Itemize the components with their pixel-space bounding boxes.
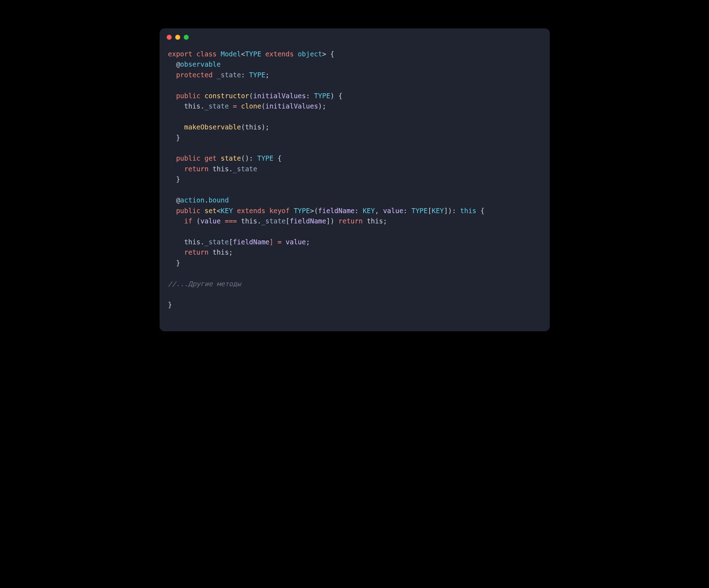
code-token: = — [229, 102, 241, 110]
code-token: value — [286, 238, 306, 246]
code-token: } — [168, 175, 180, 183]
code-window: export class Model<TYPE extends object> … — [160, 28, 550, 331]
code-token: public — [176, 92, 204, 100]
code-token: KEY — [221, 207, 233, 215]
code-token: ; — [265, 71, 269, 79]
code-token: ; — [306, 238, 310, 246]
code-token: if — [184, 217, 196, 225]
zoom-icon[interactable] — [184, 35, 189, 40]
code-token: { — [273, 154, 282, 162]
code-token — [168, 71, 176, 79]
code-token: (): — [241, 154, 257, 162]
code-token: [ — [428, 207, 432, 215]
code-token: observable — [180, 60, 221, 68]
code-token: return — [338, 217, 367, 225]
code-token: : — [403, 207, 411, 215]
code-token — [168, 102, 184, 110]
code-token — [168, 154, 176, 162]
code-token: extends — [233, 207, 270, 215]
code-token: [ — [286, 217, 289, 225]
code-token: keyof — [270, 207, 294, 215]
code-token — [168, 207, 176, 215]
code-token: TYPE — [249, 71, 265, 79]
code-token: public — [176, 154, 204, 162]
code-token: value — [383, 207, 403, 215]
code-token: Model — [221, 50, 241, 58]
code-token: : — [355, 207, 363, 215]
code-token: return — [184, 248, 212, 256]
code-token: TYPE — [411, 207, 428, 215]
code-token: ; — [383, 217, 387, 225]
code-token — [168, 123, 184, 131]
code-token: this — [184, 102, 200, 110]
code-token: ; — [229, 248, 233, 256]
code-token: : — [306, 92, 314, 100]
code-token: value — [200, 217, 221, 225]
code-token: } — [168, 259, 180, 267]
code-token: class — [196, 50, 221, 58]
code-token: } — [168, 301, 172, 309]
code-token: ( — [196, 217, 200, 225]
code-token: . — [200, 102, 204, 110]
code-token: this — [460, 207, 476, 215]
code-token: ]): — [444, 207, 460, 215]
code-token: @ — [168, 196, 180, 204]
code-token: > { — [322, 50, 334, 58]
code-token: . — [200, 238, 204, 246]
close-icon[interactable] — [167, 35, 172, 40]
code-token: _state — [233, 165, 257, 173]
code-token: return — [184, 165, 212, 173]
code-token: _state — [204, 238, 229, 246]
minimize-icon[interactable] — [175, 35, 180, 40]
code-token: : — [241, 71, 249, 79]
code-token: protected — [176, 71, 216, 79]
code-token: state — [221, 154, 241, 162]
code-token: . — [257, 217, 261, 225]
code-token: ); — [318, 102, 326, 110]
code-block: export class Model<TYPE extends object> … — [160, 43, 550, 331]
code-token: _state — [204, 102, 229, 110]
code-token — [168, 238, 184, 246]
code-token: this — [184, 238, 200, 246]
code-token: public — [176, 207, 204, 215]
code-token: TYPE — [257, 154, 273, 162]
code-token: ); — [261, 123, 270, 131]
code-token: ]) — [326, 217, 338, 225]
code-token: ( — [241, 123, 245, 131]
code-token: , — [375, 207, 383, 215]
code-token: ( — [249, 92, 253, 100]
code-token: >( — [310, 207, 318, 215]
code-token: _state — [261, 217, 286, 225]
code-token — [168, 165, 184, 173]
code-token: this — [212, 165, 229, 173]
code-token: action — [180, 196, 205, 204]
code-token: initialValues — [265, 102, 318, 110]
code-token: export — [168, 50, 196, 58]
code-token: ) { — [330, 92, 342, 100]
code-token: === — [221, 217, 241, 225]
code-token: fieldName — [233, 238, 270, 246]
code-token: this — [367, 217, 383, 225]
code-token: } — [168, 134, 180, 142]
code-token — [168, 248, 184, 256]
code-token: TYPE — [294, 207, 310, 215]
code-token: . — [229, 165, 233, 173]
code-token: ( — [261, 102, 265, 110]
code-token: this — [212, 248, 229, 256]
window-titlebar — [160, 28, 550, 43]
code-token: ] = — [270, 238, 286, 246]
code-token: makeObservable — [184, 123, 241, 131]
code-token: bound — [209, 196, 229, 204]
code-token: initialValues — [253, 92, 306, 100]
code-token: TYPE — [245, 50, 261, 58]
code-token: _state — [217, 71, 241, 79]
code-token: //...Другие методы — [168, 280, 241, 288]
code-token: KEY — [432, 207, 444, 215]
code-token: clone — [241, 102, 261, 110]
code-token: < — [217, 207, 221, 215]
code-token: get — [204, 154, 221, 162]
code-token: { — [476, 207, 484, 215]
code-token: TYPE — [314, 92, 330, 100]
code-token: @ — [168, 60, 180, 68]
code-token: KEY — [363, 207, 375, 215]
